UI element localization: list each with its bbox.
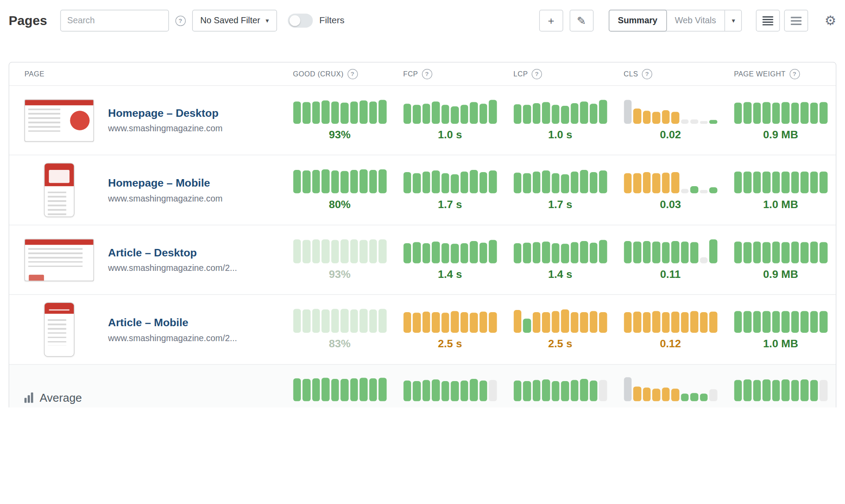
view-switcher-dropdown[interactable]: ▾	[725, 10, 741, 31]
toggle-knob	[289, 15, 300, 26]
filters-toggle[interactable]	[288, 14, 313, 28]
cls-value: 0.03	[624, 198, 717, 210]
fcp-sparkline[interactable]	[403, 169, 497, 193]
table-row: Article – Desktop www.smashingmagazine.c…	[9, 225, 836, 294]
good-sparkline[interactable]	[293, 309, 386, 333]
cls-help-icon[interactable]: ?	[642, 68, 652, 79]
page-url: www.smashingmagazine.com/2...	[108, 333, 237, 343]
search-help-icon[interactable]: ?	[175, 15, 185, 25]
lcp-value: 2.5 s	[513, 338, 607, 350]
pages-dashboard: Pages ? No Saved Filter ▾ Filters + ✎ Su…	[0, 0, 845, 407]
density-toggle-group	[756, 10, 809, 31]
thumbnail-image	[25, 238, 94, 281]
tab-web-vitals[interactable]: Web Vitals	[666, 10, 725, 31]
good-sparkline[interactable]	[293, 239, 386, 263]
table-header: PAGE GOOD (CRUX)? FCP? LCP? CLS? PAGE WE…	[9, 62, 836, 85]
compact-view-button[interactable]	[756, 10, 780, 31]
weight-sparkline[interactable]	[734, 239, 827, 263]
cls-sparkline[interactable]	[624, 377, 717, 401]
col-header-page: PAGE	[25, 70, 44, 78]
lcp-sparkline[interactable]	[513, 169, 607, 193]
lcp-value: 1.0 s	[513, 128, 607, 140]
good-value: 83%	[293, 338, 386, 350]
col-header-fcp: FCP	[403, 70, 418, 78]
page-thumbnail[interactable]	[25, 99, 94, 141]
fcp-help-icon[interactable]: ?	[422, 68, 432, 79]
fcp-value: 1.7 s	[403, 198, 497, 210]
cls-sparkline[interactable]	[624, 309, 717, 333]
good-sparkline[interactable]	[293, 377, 386, 401]
chevron-down-icon: ▾	[266, 18, 269, 24]
cls-value: 0.11	[624, 268, 717, 280]
weight-help-icon[interactable]: ?	[789, 68, 799, 79]
lcp-help-icon[interactable]: ?	[532, 68, 542, 79]
saved-filter-label: No Saved Filter	[200, 16, 260, 25]
col-header-cls: CLS	[624, 70, 638, 78]
lcp-sparkline[interactable]	[513, 309, 607, 333]
search-input[interactable]	[60, 10, 169, 31]
weight-value: 0.9 MB	[734, 268, 827, 280]
settings-button[interactable]: ⚙	[825, 14, 837, 27]
toolbar: Pages ? No Saved Filter ▾ Filters + ✎ Su…	[0, 0, 845, 32]
weight-value: 0.9 MB	[734, 128, 827, 140]
cls-value: 0.07	[624, 406, 717, 407]
lcp-sparkline[interactable]	[513, 377, 607, 401]
chevron-down-icon: ▾	[732, 18, 735, 24]
page-thumbnail[interactable]	[25, 238, 94, 281]
page-url: www.smashingmagazine.com/2...	[108, 263, 237, 273]
good-sparkline[interactable]	[293, 169, 386, 193]
tab-summary[interactable]: Summary	[609, 10, 667, 31]
fcp-value: 1.4 s	[403, 268, 497, 280]
lcp-sparkline[interactable]	[513, 239, 607, 263]
fcp-sparkline[interactable]	[403, 100, 497, 123]
good-help-icon[interactable]: ?	[347, 68, 358, 79]
average-row: Average 87% 1.7 s 1.7 s 0.07 0.9 MB	[9, 364, 836, 407]
comfortable-view-button[interactable]	[784, 10, 808, 31]
fcp-sparkline[interactable]	[403, 239, 497, 263]
page-link[interactable]: Homepage – Mobile	[108, 176, 223, 189]
cls-value: 0.02	[624, 128, 717, 140]
cls-sparkline[interactable]	[624, 239, 717, 263]
fcp-sparkline[interactable]	[403, 377, 497, 401]
page-link[interactable]: Article – Desktop	[108, 246, 237, 259]
cls-sparkline[interactable]	[624, 100, 717, 123]
thumbnail-image	[44, 163, 74, 217]
good-value: 93%	[293, 128, 386, 140]
list-sparse-icon	[791, 16, 802, 25]
view-switcher: Summary Web Vitals ▾	[609, 10, 742, 31]
page-link[interactable]: Article – Mobile	[108, 316, 237, 328]
bar-chart-icon	[25, 392, 33, 403]
table-row: Article – Mobile www.smashingmagazine.co…	[9, 294, 836, 364]
tab-summary-label: Summary	[618, 16, 657, 25]
cls-sparkline[interactable]	[624, 169, 717, 193]
weight-sparkline[interactable]	[734, 169, 827, 193]
page-title: Pages	[9, 13, 47, 29]
edit-button[interactable]: ✎	[570, 10, 593, 31]
pages-table: PAGE GOOD (CRUX)? FCP? LCP? CLS? PAGE WE…	[9, 62, 836, 407]
thumbnail-image	[44, 302, 74, 357]
weight-value: 1.0 MB	[734, 338, 827, 350]
plus-icon: +	[548, 14, 554, 27]
col-header-weight: PAGE WEIGHT	[734, 70, 786, 78]
good-value: 93%	[293, 268, 386, 280]
good-value: 80%	[293, 198, 386, 210]
saved-filter-dropdown[interactable]: No Saved Filter ▾	[192, 10, 277, 31]
weight-sparkline[interactable]	[734, 309, 827, 333]
tab-web-vitals-label: Web Vitals	[675, 16, 716, 25]
weight-sparkline[interactable]	[734, 100, 827, 123]
good-sparkline[interactable]	[293, 100, 386, 123]
page-url: www.smashingmagazine.com	[108, 194, 223, 203]
table-row: Homepage – Mobile www.smashingmagazine.c…	[9, 155, 836, 225]
thumbnail-image	[25, 99, 94, 141]
add-button[interactable]: +	[539, 10, 563, 31]
page-thumbnail[interactable]	[25, 163, 94, 217]
lcp-sparkline[interactable]	[513, 100, 607, 123]
page-thumbnail[interactable]	[25, 302, 94, 357]
list-dense-icon	[763, 16, 774, 25]
page-link[interactable]: Homepage – Desktop	[108, 107, 223, 119]
lcp-value: 1.7 s	[513, 198, 607, 210]
col-header-good: GOOD (CRUX)	[293, 70, 343, 78]
fcp-sparkline[interactable]	[403, 309, 497, 333]
lcp-value: 1.4 s	[513, 268, 607, 280]
weight-sparkline[interactable]	[734, 377, 827, 401]
